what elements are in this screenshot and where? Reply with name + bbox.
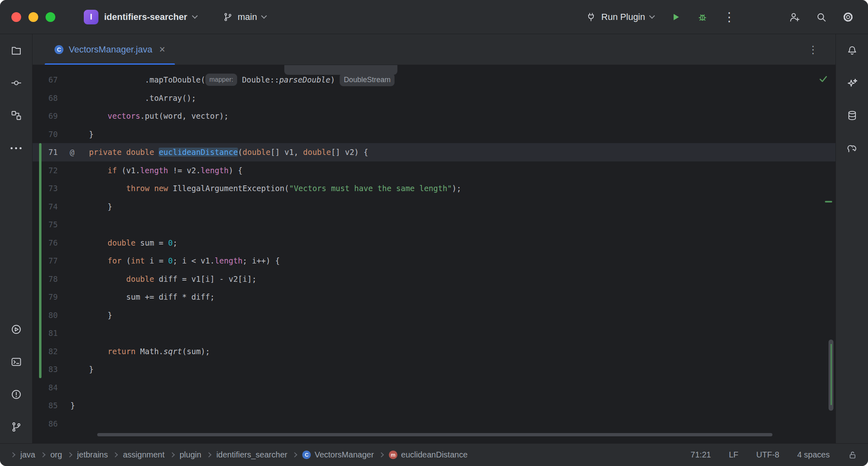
line-number[interactable]: 72 [48, 161, 58, 180]
gutter[interactable]: 81 [33, 324, 70, 342]
code-text[interactable]: double diff = v1[i] - v2[i]; [70, 270, 257, 288]
indent-setting[interactable]: 4 spaces [797, 450, 830, 459]
code-text[interactable]: } [70, 125, 94, 144]
code-line[interactable]: 85} [33, 396, 835, 415]
line-number[interactable]: 86 [48, 415, 58, 433]
tab-vectorsmanager[interactable]: C VectorsManager.java × [45, 34, 175, 65]
breadcrumb-item[interactable]: CVectorsManager [302, 450, 374, 459]
code-line[interactable]: 73 throw new IllegalArgumentException("V… [33, 179, 835, 198]
code-line[interactable]: 86 [33, 415, 835, 433]
code-text[interactable]: } [70, 396, 75, 415]
database-tool-button[interactable] [841, 104, 864, 127]
breadcrumb-item[interactable]: plugin [180, 450, 201, 459]
breadcrumb-item[interactable]: assignment [123, 450, 164, 459]
breadcrumb-item[interactable]: java [20, 450, 35, 459]
line-separator[interactable]: LF [729, 450, 738, 459]
line-number[interactable]: 68 [48, 89, 58, 107]
gutter[interactable]: 70 [33, 125, 70, 144]
gutter[interactable]: 75 [33, 216, 70, 234]
code-line[interactable]: 71@ private double euclideanDistance(dou… [33, 143, 835, 161]
breadcrumb-item[interactable]: jetbrains [77, 450, 108, 459]
code-line[interactable]: 68 .toArray(); [33, 89, 835, 107]
code-line[interactable]: 76 double sum = 0; [33, 234, 835, 252]
breadcrumb-item[interactable]: org [50, 450, 62, 459]
code-text[interactable]: throw new IllegalArgumentException("Vect… [70, 179, 461, 198]
code-text[interactable]: .toArray(); [70, 89, 196, 107]
line-number[interactable]: 79 [48, 288, 58, 306]
inlay-hint[interactable]: DoubleStream [340, 73, 395, 86]
gutter[interactable]: 71@ [33, 143, 70, 161]
file-encoding[interactable]: UTF-8 [756, 450, 779, 459]
project-tool-button[interactable] [5, 39, 28, 62]
code-line[interactable]: 75 [33, 216, 835, 234]
line-number[interactable]: 85 [48, 396, 58, 415]
line-number[interactable]: 75 [48, 216, 58, 234]
version-control-tool-button[interactable] [5, 416, 28, 438]
code-text[interactable]: double sum = 0; [70, 234, 177, 252]
gutter[interactable]: 76 [33, 234, 70, 252]
unlock-icon[interactable] [848, 450, 857, 460]
close-window-button[interactable] [11, 12, 21, 22]
run-button[interactable] [667, 9, 684, 26]
gutter[interactable]: 80 [33, 306, 70, 324]
debug-button[interactable] [694, 9, 711, 26]
notifications-button[interactable] [841, 39, 864, 62]
close-tab-icon[interactable]: × [159, 44, 165, 54]
gutter[interactable]: 72 [33, 161, 70, 180]
code-line[interactable]: 82 return Math.sqrt(sum); [33, 342, 835, 361]
code-line[interactable]: 78 double diff = v1[i] - v2[i]; [33, 270, 835, 288]
code-line[interactable]: 77 for (int i = 0; i < v1.length; i++) { [33, 252, 835, 270]
code-text[interactable]: for (int i = 0; i < v1.length; i++) { [70, 252, 280, 270]
code-editor[interactable]: 67 .mapToDouble(mapper: Double::parseDou… [33, 65, 835, 443]
vcs-change-marker[interactable] [39, 143, 41, 378]
code-line[interactable]: 67 .mapToDouble(mapper: Double::parseDou… [33, 71, 835, 89]
gutter[interactable]: 74 [33, 198, 70, 216]
more-tools-button[interactable] [5, 137, 28, 159]
minimize-window-button[interactable] [28, 12, 38, 22]
line-number[interactable]: 82 [48, 342, 58, 361]
code-line[interactable]: 72 if (v1.length != v2.length) { [33, 161, 835, 180]
gutter[interactable]: 78 [33, 270, 70, 288]
code-text[interactable]: } [70, 198, 112, 216]
code-line[interactable]: 70 } [33, 125, 835, 144]
line-number[interactable]: 70 [48, 125, 58, 144]
gutter[interactable]: 85 [33, 396, 70, 415]
line-number[interactable]: 84 [48, 379, 58, 397]
line-number[interactable]: 77 [48, 252, 58, 270]
inspections-widget[interactable] [818, 73, 829, 86]
gutter[interactable]: 83 [33, 360, 70, 379]
code-line[interactable]: 74 } [33, 198, 835, 216]
ai-assistant-button[interactable] [841, 72, 864, 94]
line-number[interactable]: 69 [48, 107, 58, 125]
terminal-tool-button[interactable] [5, 351, 28, 373]
code-line[interactable]: 80 } [33, 306, 835, 324]
zoom-window-button[interactable] [46, 12, 55, 22]
code-line[interactable]: 84 [33, 379, 835, 397]
code-text[interactable]: } [70, 306, 112, 324]
gutter[interactable]: 84 [33, 379, 70, 397]
code-text[interactable]: } [70, 360, 94, 379]
line-number[interactable]: 76 [48, 234, 58, 252]
line-number[interactable]: 74 [48, 198, 58, 216]
line-number[interactable]: 73 [48, 179, 58, 198]
code-text[interactable]: return Math.sqrt(sum); [70, 342, 210, 361]
gutter[interactable]: 77 [33, 252, 70, 270]
project-widget[interactable]: I identifiers-searcher [80, 7, 201, 28]
code-line[interactable]: 81 [33, 324, 835, 342]
run-configuration-widget[interactable]: Run Plugin [582, 9, 657, 25]
annotation-gutter-icon[interactable]: @ [70, 143, 74, 161]
horizontal-scrollbar[interactable] [97, 433, 772, 436]
gutter[interactable]: 67 [33, 71, 70, 89]
search-everywhere-button[interactable] [813, 9, 830, 26]
inlay-hint[interactable]: mapper: [205, 74, 238, 86]
line-number[interactable]: 81 [48, 324, 58, 342]
gradle-tool-button[interactable] [841, 137, 864, 159]
code-line[interactable]: 69 vectors.put(word, vector); [33, 107, 835, 125]
breadcrumb-item[interactable]: identifiers_searcher [216, 450, 288, 459]
code-text[interactable]: vectors.put(word, vector); [70, 107, 229, 125]
line-number[interactable]: 78 [48, 270, 58, 288]
commit-tool-button[interactable] [5, 72, 28, 94]
code-line[interactable]: 79 sum += diff * diff; [33, 288, 835, 306]
problems-tool-button[interactable] [5, 383, 28, 406]
line-number[interactable]: 71 [48, 143, 58, 161]
